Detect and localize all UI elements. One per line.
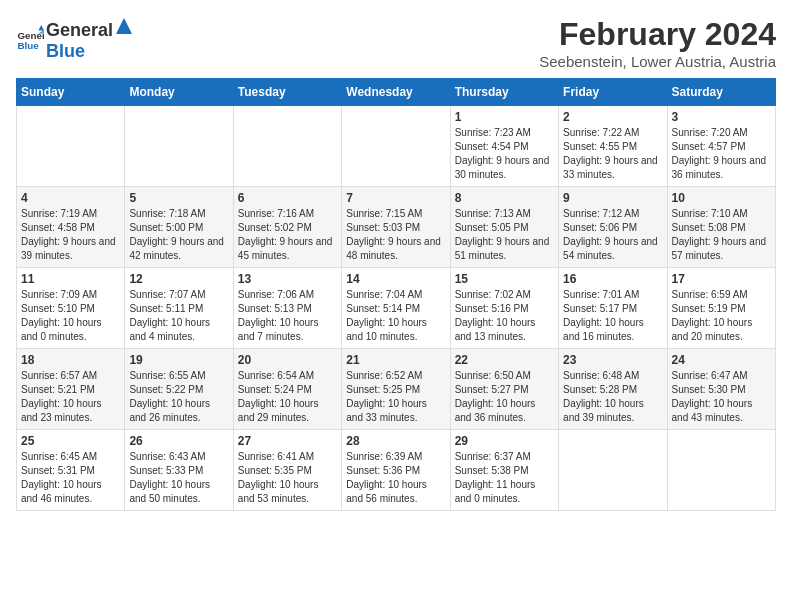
calendar-cell — [17, 106, 125, 187]
calendar-cell: 15Sunrise: 7:02 AM Sunset: 5:16 PM Dayli… — [450, 268, 558, 349]
week-row-4: 25Sunrise: 6:45 AM Sunset: 5:31 PM Dayli… — [17, 430, 776, 511]
day-number: 25 — [21, 434, 120, 448]
day-number: 16 — [563, 272, 662, 286]
calendar-cell: 21Sunrise: 6:52 AM Sunset: 5:25 PM Dayli… — [342, 349, 450, 430]
day-number: 7 — [346, 191, 445, 205]
logo: General Blue General Blue — [16, 16, 135, 62]
week-row-0: 1Sunrise: 7:23 AM Sunset: 4:54 PM Daylig… — [17, 106, 776, 187]
day-number: 29 — [455, 434, 554, 448]
calendar-cell: 8Sunrise: 7:13 AM Sunset: 5:05 PM Daylig… — [450, 187, 558, 268]
day-info: Sunrise: 6:54 AM Sunset: 5:24 PM Dayligh… — [238, 369, 337, 425]
day-info: Sunrise: 6:52 AM Sunset: 5:25 PM Dayligh… — [346, 369, 445, 425]
day-info: Sunrise: 6:50 AM Sunset: 5:27 PM Dayligh… — [455, 369, 554, 425]
day-number: 11 — [21, 272, 120, 286]
day-number: 17 — [672, 272, 771, 286]
week-row-1: 4Sunrise: 7:19 AM Sunset: 4:58 PM Daylig… — [17, 187, 776, 268]
day-info: Sunrise: 7:06 AM Sunset: 5:13 PM Dayligh… — [238, 288, 337, 344]
calendar-cell: 17Sunrise: 6:59 AM Sunset: 5:19 PM Dayli… — [667, 268, 775, 349]
calendar-cell — [233, 106, 341, 187]
calendar-cell: 1Sunrise: 7:23 AM Sunset: 4:54 PM Daylig… — [450, 106, 558, 187]
day-info: Sunrise: 6:57 AM Sunset: 5:21 PM Dayligh… — [21, 369, 120, 425]
day-info: Sunrise: 7:13 AM Sunset: 5:05 PM Dayligh… — [455, 207, 554, 263]
week-row-2: 11Sunrise: 7:09 AM Sunset: 5:10 PM Dayli… — [17, 268, 776, 349]
calendar-cell: 19Sunrise: 6:55 AM Sunset: 5:22 PM Dayli… — [125, 349, 233, 430]
day-number: 20 — [238, 353, 337, 367]
calendar-cell: 9Sunrise: 7:12 AM Sunset: 5:06 PM Daylig… — [559, 187, 667, 268]
calendar-cell: 10Sunrise: 7:10 AM Sunset: 5:08 PM Dayli… — [667, 187, 775, 268]
page-header: General Blue General Blue February 2024 … — [16, 16, 776, 70]
day-number: 3 — [672, 110, 771, 124]
calendar-cell: 11Sunrise: 7:09 AM Sunset: 5:10 PM Dayli… — [17, 268, 125, 349]
calendar-cell: 2Sunrise: 7:22 AM Sunset: 4:55 PM Daylig… — [559, 106, 667, 187]
calendar-header-row: SundayMondayTuesdayWednesdayThursdayFrid… — [17, 79, 776, 106]
day-number: 10 — [672, 191, 771, 205]
calendar-cell: 28Sunrise: 6:39 AM Sunset: 5:36 PM Dayli… — [342, 430, 450, 511]
day-number: 13 — [238, 272, 337, 286]
subtitle: Seebenstein, Lower Austria, Austria — [539, 53, 776, 70]
day-number: 23 — [563, 353, 662, 367]
logo-icon: General Blue — [16, 25, 44, 53]
day-number: 12 — [129, 272, 228, 286]
calendar-cell: 12Sunrise: 7:07 AM Sunset: 5:11 PM Dayli… — [125, 268, 233, 349]
day-info: Sunrise: 7:04 AM Sunset: 5:14 PM Dayligh… — [346, 288, 445, 344]
calendar-table: SundayMondayTuesdayWednesdayThursdayFrid… — [16, 78, 776, 511]
day-info: Sunrise: 6:59 AM Sunset: 5:19 PM Dayligh… — [672, 288, 771, 344]
day-info: Sunrise: 6:45 AM Sunset: 5:31 PM Dayligh… — [21, 450, 120, 506]
header-monday: Monday — [125, 79, 233, 106]
calendar-cell: 6Sunrise: 7:16 AM Sunset: 5:02 PM Daylig… — [233, 187, 341, 268]
calendar-cell: 7Sunrise: 7:15 AM Sunset: 5:03 PM Daylig… — [342, 187, 450, 268]
day-info: Sunrise: 6:41 AM Sunset: 5:35 PM Dayligh… — [238, 450, 337, 506]
calendar-cell: 29Sunrise: 6:37 AM Sunset: 5:38 PM Dayli… — [450, 430, 558, 511]
day-info: Sunrise: 7:12 AM Sunset: 5:06 PM Dayligh… — [563, 207, 662, 263]
calendar-cell: 24Sunrise: 6:47 AM Sunset: 5:30 PM Dayli… — [667, 349, 775, 430]
day-number: 28 — [346, 434, 445, 448]
day-info: Sunrise: 7:07 AM Sunset: 5:11 PM Dayligh… — [129, 288, 228, 344]
calendar-cell — [667, 430, 775, 511]
calendar-cell: 23Sunrise: 6:48 AM Sunset: 5:28 PM Dayli… — [559, 349, 667, 430]
calendar-cell: 14Sunrise: 7:04 AM Sunset: 5:14 PM Dayli… — [342, 268, 450, 349]
day-number: 2 — [563, 110, 662, 124]
calendar-cell — [559, 430, 667, 511]
day-info: Sunrise: 6:47 AM Sunset: 5:30 PM Dayligh… — [672, 369, 771, 425]
day-number: 18 — [21, 353, 120, 367]
calendar-cell — [125, 106, 233, 187]
day-info: Sunrise: 7:23 AM Sunset: 4:54 PM Dayligh… — [455, 126, 554, 182]
day-info: Sunrise: 6:43 AM Sunset: 5:33 PM Dayligh… — [129, 450, 228, 506]
svg-marker-4 — [116, 18, 132, 34]
day-info: Sunrise: 7:09 AM Sunset: 5:10 PM Dayligh… — [21, 288, 120, 344]
day-number: 8 — [455, 191, 554, 205]
title-area: February 2024 Seebenstein, Lower Austria… — [539, 16, 776, 70]
day-number: 5 — [129, 191, 228, 205]
day-info: Sunrise: 7:19 AM Sunset: 4:58 PM Dayligh… — [21, 207, 120, 263]
day-info: Sunrise: 7:02 AM Sunset: 5:16 PM Dayligh… — [455, 288, 554, 344]
header-tuesday: Tuesday — [233, 79, 341, 106]
day-info: Sunrise: 6:55 AM Sunset: 5:22 PM Dayligh… — [129, 369, 228, 425]
day-info: Sunrise: 6:37 AM Sunset: 5:38 PM Dayligh… — [455, 450, 554, 506]
calendar-cell: 3Sunrise: 7:20 AM Sunset: 4:57 PM Daylig… — [667, 106, 775, 187]
day-number: 15 — [455, 272, 554, 286]
day-number: 22 — [455, 353, 554, 367]
day-info: Sunrise: 7:10 AM Sunset: 5:08 PM Dayligh… — [672, 207, 771, 263]
header-sunday: Sunday — [17, 79, 125, 106]
day-info: Sunrise: 7:20 AM Sunset: 4:57 PM Dayligh… — [672, 126, 771, 182]
main-title: February 2024 — [539, 16, 776, 53]
day-info: Sunrise: 7:18 AM Sunset: 5:00 PM Dayligh… — [129, 207, 228, 263]
day-number: 21 — [346, 353, 445, 367]
logo-triangle-icon — [114, 16, 134, 36]
day-info: Sunrise: 6:39 AM Sunset: 5:36 PM Dayligh… — [346, 450, 445, 506]
day-info: Sunrise: 6:48 AM Sunset: 5:28 PM Dayligh… — [563, 369, 662, 425]
calendar-cell: 4Sunrise: 7:19 AM Sunset: 4:58 PM Daylig… — [17, 187, 125, 268]
svg-text:Blue: Blue — [17, 40, 39, 51]
day-number: 26 — [129, 434, 228, 448]
calendar-cell: 13Sunrise: 7:06 AM Sunset: 5:13 PM Dayli… — [233, 268, 341, 349]
day-number: 27 — [238, 434, 337, 448]
calendar-cell: 27Sunrise: 6:41 AM Sunset: 5:35 PM Dayli… — [233, 430, 341, 511]
day-number: 14 — [346, 272, 445, 286]
calendar-cell: 25Sunrise: 6:45 AM Sunset: 5:31 PM Dayli… — [17, 430, 125, 511]
calendar-cell: 22Sunrise: 6:50 AM Sunset: 5:27 PM Dayli… — [450, 349, 558, 430]
day-info: Sunrise: 7:22 AM Sunset: 4:55 PM Dayligh… — [563, 126, 662, 182]
calendar-cell: 20Sunrise: 6:54 AM Sunset: 5:24 PM Dayli… — [233, 349, 341, 430]
calendar-cell: 5Sunrise: 7:18 AM Sunset: 5:00 PM Daylig… — [125, 187, 233, 268]
day-number: 9 — [563, 191, 662, 205]
day-number: 6 — [238, 191, 337, 205]
